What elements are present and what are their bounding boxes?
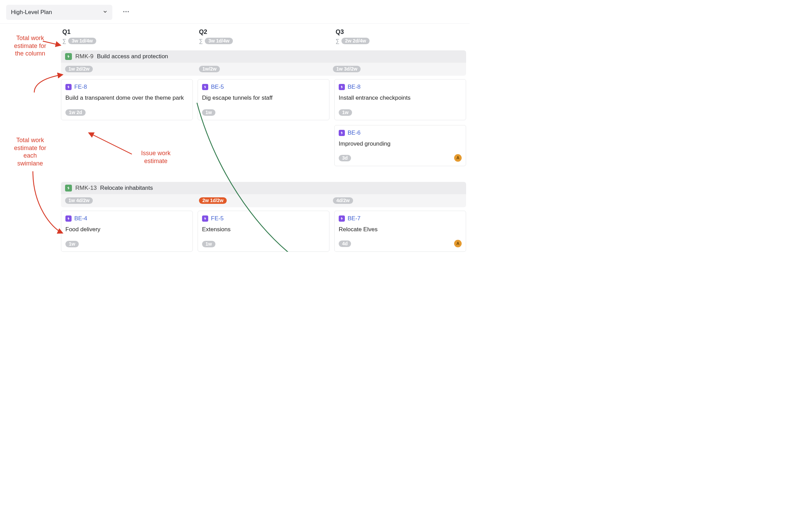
issue-key: FE-5 <box>211 215 224 222</box>
issue-card[interactable]: BE-5 Dig escape tunnels for staff 1w <box>198 79 329 120</box>
swimlane-sums: 1w 2d/2w 1w/2w 1w 3d/2w <box>61 63 466 76</box>
issue-estimate-pill: 1w <box>339 109 352 116</box>
issue-card[interactable]: BE-7 Relocate Elves 4d A <box>334 211 466 252</box>
bolt-icon <box>202 84 208 90</box>
issue-key: BE-5 <box>211 84 224 90</box>
sigma-icon: ∑ <box>336 38 339 44</box>
bolt-icon <box>339 84 345 90</box>
issue-estimate-pill: 4d <box>339 240 351 247</box>
bolt-icon <box>339 215 345 222</box>
issue-card[interactable]: BE-8 Install entrance checkpoints 1w <box>334 79 466 120</box>
swimlane-sum-pill: 1w 2d/2w <box>65 66 93 72</box>
bolt-icon <box>65 84 72 90</box>
column-sum-pill: 3w 1d/4w <box>205 38 233 44</box>
swimlane-cards: FE-8 Build a transparent dome over the t… <box>61 79 466 166</box>
column-sum: ∑ 3w 1d/4w <box>62 38 191 44</box>
swimlane-cards: BE-4 Food delivery 1w FE-5 Extensions <box>61 211 466 252</box>
column-cards: BE-7 Relocate Elves 4d A <box>334 211 466 252</box>
chevron-down-icon <box>103 9 108 16</box>
assignee-avatar[interactable]: A <box>454 154 462 162</box>
swimlane-key: RMK-9 <box>75 53 93 60</box>
issue-key: BE-6 <box>348 129 361 136</box>
view-select[interactable]: High-Level Plan <box>6 5 112 20</box>
swimlane-title: Relocate inhabitants <box>100 185 153 191</box>
swimlane-key: RMK-13 <box>75 185 97 191</box>
swimlane-header[interactable]: RMK-13 Relocate inhabitants <box>61 182 466 194</box>
swimlane-sums: 1w 4d/2w 2w 1d/2w 4d/2w <box>61 194 466 207</box>
swimlane-sum-pill: 4d/2w <box>333 197 353 204</box>
svg-point-0 <box>123 11 125 12</box>
issue-key: FE-8 <box>74 84 87 90</box>
sigma-icon: ∑ <box>62 38 66 44</box>
column-cards: BE-4 Food delivery 1w <box>61 211 193 252</box>
column-cards: FE-8 Build a transparent dome over the t… <box>61 79 193 166</box>
column-sum-pill: 2w 2d/4w <box>341 38 369 44</box>
column-title: Q1 <box>62 28 191 36</box>
swimlane-sum-pill: 1w 3d/2w <box>333 66 361 72</box>
issue-card[interactable]: BE-6 Improved grounding 3d A <box>334 125 466 166</box>
column-sum-pill: 3w 1d/4w <box>68 38 96 44</box>
issue-title: Extensions <box>202 226 325 233</box>
issue-estimate-pill: 3d <box>339 155 351 161</box>
swimlane-header[interactable]: RMK-9 Build access and protection <box>61 50 466 63</box>
svg-point-2 <box>128 11 129 12</box>
issue-estimate-pill: 1w <box>202 241 215 247</box>
issue-card[interactable]: BE-4 Food delivery 1w <box>61 211 193 252</box>
issue-title: Improved grounding <box>339 140 462 147</box>
column-headers: Q1 ∑ 3w 1d/4w Q2 ∑ 3w 1d/4w Q3 ∑ 2w 2d/4… <box>61 24 466 46</box>
kanban-board: Q1 ∑ 3w 1d/4w Q2 ∑ 3w 1d/4w Q3 ∑ 2w 2d/4… <box>0 24 470 252</box>
more-menu-button[interactable] <box>120 6 132 18</box>
column-title: Q2 <box>199 28 328 36</box>
issue-card[interactable]: FE-8 Build a transparent dome over the t… <box>61 79 193 120</box>
issue-estimate-pill: 1w <box>65 241 79 247</box>
swimlane-sum-pill: 2w 1d/2w <box>199 197 227 204</box>
swimlane: RMK-9 Build access and protection 1w 2d/… <box>61 50 466 76</box>
bolt-icon <box>65 215 72 222</box>
view-select-label: High-Level Plan <box>11 9 52 16</box>
assignee-avatar[interactable]: A <box>454 240 462 247</box>
bolt-icon <box>339 130 345 136</box>
issue-key: BE-8 <box>348 84 361 90</box>
issue-key: BE-7 <box>348 215 361 222</box>
swimlane-title: Build access and protection <box>97 53 168 60</box>
epic-icon <box>65 53 72 60</box>
column-cards: BE-5 Dig escape tunnels for staff 1w <box>198 79 329 166</box>
issue-title: Food delivery <box>65 226 188 233</box>
sigma-icon: ∑ <box>199 38 203 44</box>
more-horizontal-icon <box>122 8 130 17</box>
issue-title: Install entrance checkpoints <box>339 95 462 101</box>
swimlane-sum-pill: 1w/2w <box>199 66 220 72</box>
svg-point-1 <box>125 11 127 12</box>
issue-estimate-pill: 1w 2d <box>65 109 86 116</box>
issue-title: Relocate Elves <box>339 226 462 233</box>
column-title: Q3 <box>336 28 465 36</box>
issue-title: Dig escape tunnels for staff <box>202 95 325 101</box>
column-sum: ∑ 3w 1d/4w <box>199 38 328 44</box>
issue-title: Build a transparent dome over the theme … <box>65 95 188 101</box>
column-sum: ∑ 2w 2d/4w <box>336 38 465 44</box>
epic-icon <box>65 185 72 191</box>
issue-key: BE-4 <box>74 215 87 222</box>
toolbar: High-Level Plan <box>0 0 470 24</box>
column-cards: FE-5 Extensions 1w <box>198 211 329 252</box>
column-header: Q1 ∑ 3w 1d/4w <box>61 24 193 46</box>
column-header: Q2 ∑ 3w 1d/4w <box>198 24 329 46</box>
column-header: Q3 ∑ 2w 2d/4w <box>334 24 466 46</box>
swimlane: RMK-13 Relocate inhabitants 1w 4d/2w 2w … <box>61 182 466 207</box>
bolt-icon <box>202 215 208 222</box>
issue-card[interactable]: FE-5 Extensions 1w <box>198 211 329 252</box>
column-cards: BE-8 Install entrance checkpoints 1w BE-… <box>334 79 466 166</box>
swimlane-sum-pill: 1w 4d/2w <box>65 197 93 204</box>
issue-estimate-pill: 1w <box>202 109 215 116</box>
